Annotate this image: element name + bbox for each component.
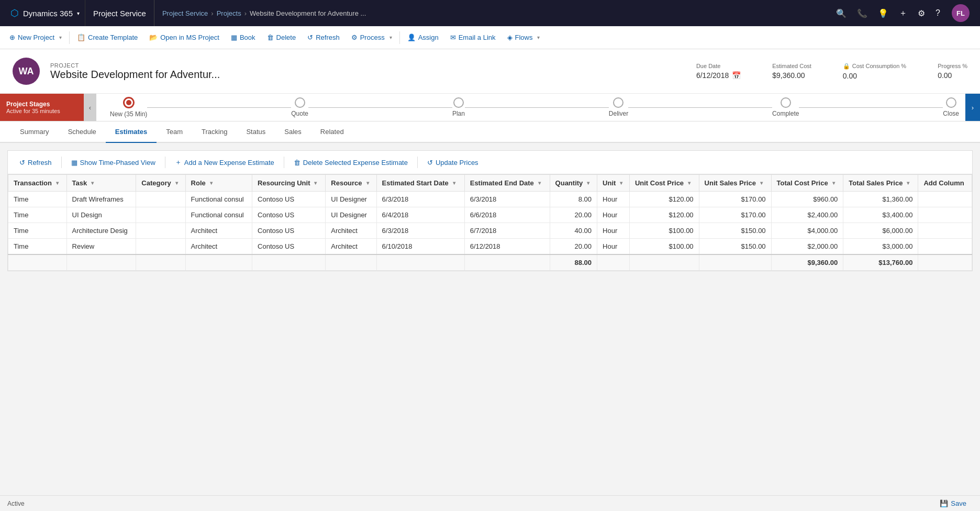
update-prices-button[interactable]: ↺ Update Prices [422, 156, 484, 169]
bc-sep-2: › [244, 9, 247, 17]
col-header-role[interactable]: Role [185, 175, 252, 192]
show-time-phased-button[interactable]: ▦ Show Time-Phased View [66, 156, 161, 169]
project-info: PROJECT Website Development for Adventur… [50, 62, 686, 81]
col-header-quantity[interactable]: Quantity [550, 175, 597, 192]
stage-step-close[interactable]: Close [943, 97, 959, 117]
cell-unit: Hour [597, 192, 630, 207]
tab-schedule[interactable]: Schedule [59, 121, 106, 143]
project-header: WA PROJECT Website Development for Adven… [0, 49, 980, 94]
due-date-field: Due Date 6/12/2018 📅 [696, 63, 741, 80]
email-link-button[interactable]: ✉ Email a Link [445, 30, 501, 45]
plus-icon[interactable]: ＋ [896, 6, 910, 21]
footer-unit [597, 254, 630, 271]
col-header-resource[interactable]: Resource [326, 175, 376, 192]
module-name: Project Service [93, 9, 146, 18]
col-header-resourcing-unit[interactable]: Resourcing Unit [252, 175, 326, 192]
table-row[interactable]: TimeArchitecture DesigArchitectContoso U… [8, 223, 972, 239]
stage-circle-close [946, 97, 956, 108]
bc-item-2[interactable]: Projects [217, 9, 241, 17]
stage-left-arrow-btn[interactable]: ‹ [84, 94, 96, 121]
col-header-category[interactable]: Category [136, 175, 185, 192]
bc-item-1[interactable]: Project Service [162, 9, 208, 17]
new-project-button[interactable]: ⊕ New Project [4, 30, 67, 45]
cell-totalCostPrice: $2,000.00 [771, 239, 843, 255]
col-header-unit-cost-price[interactable]: Unit Cost Price [629, 175, 699, 192]
estimates-refresh-button[interactable]: ↺ Refresh [14, 156, 57, 169]
cell-role: Architect [185, 239, 252, 255]
delete-button[interactable]: 🗑 Delete [262, 30, 302, 45]
add-expense-button[interactable]: ＋ Add a New Expense Estimate [170, 155, 280, 170]
divider-1 [69, 31, 70, 44]
calendar-icon[interactable]: 📅 [732, 71, 741, 80]
refresh-button[interactable]: ↺ Refresh [302, 30, 345, 45]
cell-estStartDate: 6/3/2018 [376, 223, 464, 239]
open-ms-project-button[interactable]: 📂 Open in MS Project [144, 30, 225, 45]
cost-consumption-label: 🔒 Cost Consumption % [843, 63, 906, 70]
stage-container: Project Stages Active for 35 minutes ‹ N… [0, 94, 980, 121]
table-row[interactable]: TimeReviewArchitectContoso USArchitect6/… [8, 239, 972, 255]
lightbulb-icon[interactable]: 💡 [875, 6, 892, 20]
process-label: Process [360, 34, 385, 41]
footer-total-sales-price: $13,760.00 [843, 254, 918, 271]
cell-estEndDate: 6/3/2018 [464, 192, 550, 207]
dynamics-brand[interactable]: ⬡ Dynamics 365 [5, 0, 85, 26]
new-project-dropdown-icon[interactable] [59, 35, 62, 40]
stage-label-plan: Plan [452, 110, 465, 117]
cell-totalSalesPrice: $3,000.00 [843, 239, 918, 255]
col-header-add-column[interactable]: Add Column [918, 175, 972, 192]
col-header-unit-sales-price[interactable]: Unit Sales Price [699, 175, 771, 192]
stage-step-deliver[interactable]: Deliver [609, 97, 628, 117]
tab-tracking[interactable]: Tracking [192, 121, 237, 143]
footer-resourcing-unit [252, 254, 326, 271]
delete-expense-button[interactable]: 🗑 Delete Selected Expense Estimate [288, 156, 413, 169]
stage-step-plan[interactable]: Plan [452, 97, 465, 117]
col-header-unit[interactable]: Unit [597, 175, 630, 192]
cell-estStartDate: 6/3/2018 [376, 192, 464, 207]
project-meta: Due Date 6/12/2018 📅 Estimated Cost $9,3… [696, 63, 967, 80]
stage-circle-quote [295, 97, 305, 108]
book-button[interactable]: ▦ Book [226, 30, 261, 45]
bc-item-3: Website Development for Adventure ... [250, 9, 366, 17]
col-header-total-cost-price[interactable]: Total Cost Price [771, 175, 843, 192]
col-header-transaction[interactable]: Transaction [8, 175, 67, 192]
process-button[interactable]: ⚙ Process [346, 30, 397, 45]
footer-add-column [918, 254, 972, 271]
flows-dropdown-icon[interactable] [537, 35, 540, 40]
user-avatar[interactable]: FL [952, 4, 970, 22]
top-nav-icons: 🔍 📞 💡 ＋ ⚙ ? FL [833, 4, 975, 22]
col-header-task[interactable]: Task [66, 175, 136, 192]
breadcrumb: Project Service › Projects › Website Dev… [154, 9, 833, 17]
refresh-icon: ↺ [307, 34, 313, 41]
stage-step-quote[interactable]: Quote [291, 97, 308, 117]
assign-button[interactable]: 👤 Assign [402, 30, 444, 45]
footer-transaction [8, 254, 67, 271]
phone-icon[interactable]: 📞 [854, 6, 871, 20]
help-icon[interactable]: ? [932, 6, 943, 20]
tab-team[interactable]: Team [157, 121, 192, 143]
stage-right-arrow-btn[interactable]: › [965, 94, 980, 121]
cost-consumption-field: 🔒 Cost Consumption % 0.00 [843, 63, 906, 80]
module-label: Project Service [85, 0, 154, 26]
col-header-est-start[interactable]: Estimated Start Date [376, 175, 464, 192]
table-row[interactable]: TimeDraft WireframesFunctional consulCon… [8, 192, 972, 207]
stage-step-complete[interactable]: Complete [772, 97, 799, 117]
delete-label: Delete [276, 34, 296, 41]
tab-sales[interactable]: Sales [275, 121, 311, 143]
cell-totalCostPrice: $2,400.00 [771, 207, 843, 223]
flows-button[interactable]: ◈ Flows [502, 30, 545, 45]
stage-step-new[interactable]: New (35 Min) [110, 97, 147, 118]
col-header-total-sales-price[interactable]: Total Sales Price [843, 175, 918, 192]
table-row[interactable]: TimeUI DesignFunctional consulContoso US… [8, 207, 972, 223]
create-template-button[interactable]: 📋 Create Template [72, 30, 143, 45]
col-header-est-end[interactable]: Estimated End Date [464, 175, 550, 192]
process-icon: ⚙ [351, 34, 358, 41]
settings-icon[interactable]: ⚙ [915, 6, 928, 20]
process-dropdown-icon[interactable] [389, 35, 392, 40]
tab-related[interactable]: Related [311, 121, 353, 143]
search-icon[interactable]: 🔍 [833, 6, 850, 20]
tab-estimates[interactable]: Estimates [106, 121, 157, 143]
tab-summary[interactable]: Summary [10, 121, 59, 143]
cell-totalCostPrice: $960.00 [771, 192, 843, 207]
tab-status[interactable]: Status [237, 121, 275, 143]
dynamics-dropdown-icon[interactable] [77, 10, 80, 16]
